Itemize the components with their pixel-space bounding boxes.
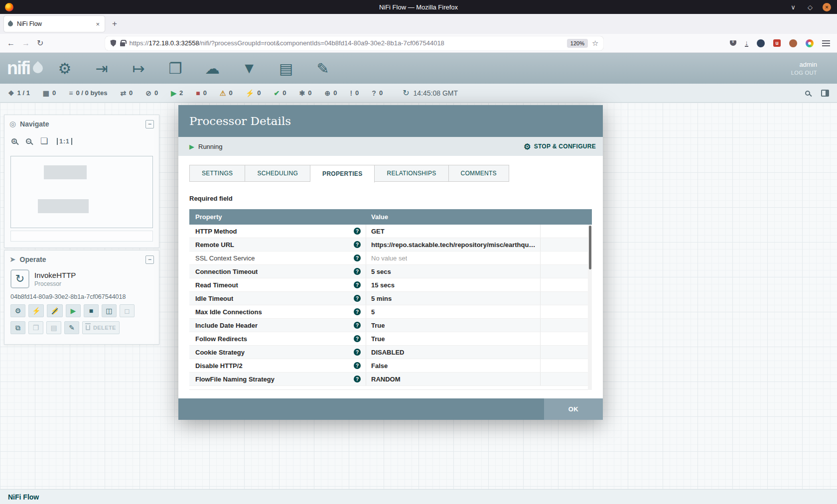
property-row[interactable]: Disable HTTP/2?False [189, 359, 592, 373]
birdseye-minimap[interactable] [10, 156, 153, 228]
stop-and-configure-button[interactable]: ⚙ STOP & CONFIGURE [524, 142, 596, 151]
copy-button[interactable]: ⧉ [10, 321, 25, 334]
browser-tab[interactable]: NiFi Flow × [4, 16, 105, 32]
tab-properties[interactable]: PROPERTIES [310, 165, 375, 183]
search-icon[interactable] [805, 91, 810, 96]
stop-button[interactable]: ■ [84, 304, 99, 317]
disable-button[interactable]: ⚡ [47, 304, 62, 317]
color-button[interactable]: ✎ [64, 321, 79, 334]
input-port-icon[interactable]: ⇥ [91, 60, 113, 77]
tracking-shield-icon[interactable] [110, 40, 116, 47]
help-icon[interactable]: ? [354, 254, 361, 261]
browser-menu-icon[interactable] [822, 40, 830, 46]
zoom-actual-icon[interactable]: 1:1 [57, 138, 72, 145]
reload-icon[interactable]: ↻ [37, 38, 43, 48]
property-value-cell[interactable]: 5 [366, 305, 541, 318]
start-button[interactable]: ▶ [66, 304, 81, 317]
tab-settings[interactable]: SETTINGS [189, 165, 245, 182]
tab-relationships[interactable]: RELATIONSHIPS [375, 165, 448, 182]
logout-link[interactable]: LOG OUT [791, 70, 817, 76]
configure-button[interactable]: ⚙ [10, 304, 25, 317]
zoom-level-badge[interactable]: 120% [567, 39, 588, 48]
property-row[interactable]: Follow Redirects?True [189, 332, 592, 346]
ungroup-button[interactable]: ◻ [120, 304, 135, 317]
zoom-fit-icon[interactable]: ❏ [40, 136, 48, 146]
zoom-out-icon[interactable]: − [26, 138, 31, 144]
pocket-icon[interactable] [730, 40, 736, 46]
lock-icon[interactable] [120, 42, 125, 46]
help-icon[interactable]: ? [354, 322, 361, 329]
tab-comments[interactable]: COMMENTS [449, 165, 509, 182]
property-row[interactable]: Remote URL?https://repo.stackable.tech/r… [189, 238, 592, 252]
property-row[interactable]: FlowFile Naming Strategy?RANDOM [189, 373, 592, 386]
account-avatar[interactable] [789, 39, 797, 47]
property-value-cell[interactable]: 15 secs [366, 278, 541, 291]
remote-process-group-icon[interactable]: ☁ [201, 60, 223, 77]
extension-pinwheel-icon[interactable] [806, 39, 814, 47]
user-area: admin LOG OUT [791, 61, 828, 76]
property-name: Idle Timeout [195, 295, 233, 302]
tab-close-icon[interactable]: × [95, 20, 101, 28]
maximize-icon[interactable]: ◇ [806, 3, 815, 11]
breadcrumb[interactable]: NiFi Flow [8, 493, 39, 501]
property-row[interactable]: Idle Timeout?5 mins [189, 292, 592, 305]
scrollbar-thumb[interactable] [589, 226, 591, 269]
tab-scheduling[interactable]: SCHEDULING [245, 165, 310, 182]
ublock-icon[interactable]: u [773, 39, 781, 47]
minimize-icon[interactable]: ∨ [789, 3, 798, 11]
template-button[interactable]: ▤ [46, 321, 61, 334]
property-row[interactable]: HTTP Method?GET [189, 225, 592, 238]
property-row[interactable]: Include Date Header?True [189, 319, 592, 332]
help-icon[interactable]: ? [354, 295, 361, 302]
enable-button[interactable]: ⚡ [28, 304, 44, 317]
help-icon[interactable]: ? [354, 308, 361, 315]
help-icon[interactable]: ? [354, 241, 361, 248]
funnel-icon[interactable]: ▼ [238, 60, 260, 77]
output-port-icon[interactable]: ↦ [128, 60, 149, 77]
help-icon[interactable]: ? [354, 376, 361, 382]
group-button[interactable]: ◫ [102, 304, 117, 317]
refresh-icon[interactable]: ↻ [403, 88, 409, 98]
property-row[interactable]: Max Idle Connections?5 [189, 305, 592, 319]
property-row[interactable]: Read Timeout?15 secs [189, 278, 592, 292]
property-row[interactable]: Cookie Strategy?DISABLED [189, 346, 592, 359]
property-value-cell[interactable]: RANDOM [366, 373, 541, 385]
property-value-cell[interactable]: 5 secs [366, 265, 541, 278]
property-value-cell[interactable]: GET [366, 225, 541, 238]
process-group-icon[interactable]: ❐ [164, 60, 186, 77]
property-value-cell[interactable]: No value set [366, 252, 541, 264]
property-value-cell[interactable]: https://repo.stackable.tech/repository/m… [366, 238, 541, 251]
new-tab-button[interactable]: + [108, 17, 122, 31]
help-icon[interactable]: ? [354, 362, 361, 369]
sidebar-toggle-icon[interactable] [821, 90, 829, 97]
extension-avatar-icon[interactable] [757, 39, 765, 47]
property-row[interactable]: Connection Timeout?5 secs [189, 265, 592, 278]
back-icon[interactable]: ← [7, 39, 15, 48]
url-input[interactable]: https://172.18.0.3:32558/nifi/?processGr… [105, 36, 603, 50]
property-value-cell[interactable]: 5 mins [366, 292, 541, 305]
downloads-icon[interactable]: ↓ [745, 40, 748, 47]
property-value-cell[interactable]: True [366, 332, 541, 345]
help-icon[interactable]: ? [354, 349, 361, 356]
property-row[interactable]: SSL Context Service?No value set [189, 252, 592, 265]
forward-icon[interactable]: → [22, 39, 30, 48]
navigate-collapse-button[interactable]: − [145, 120, 154, 128]
bookmark-star-icon[interactable]: ☆ [592, 39, 598, 48]
processor-icon[interactable]: ⚙ [54, 60, 76, 77]
property-value-cell[interactable]: False [366, 359, 541, 372]
zoom-in-icon[interactable]: + [11, 138, 17, 144]
template-icon[interactable]: ▤ [275, 60, 297, 77]
close-icon[interactable]: × [823, 3, 831, 11]
help-icon[interactable]: ? [354, 268, 361, 275]
help-icon[interactable]: ? [354, 335, 361, 342]
help-icon[interactable]: ? [354, 228, 361, 235]
help-icon[interactable]: ? [354, 281, 361, 288]
delete-button[interactable]: DELETE [82, 321, 120, 334]
paste-button[interactable]: ❐ [28, 321, 43, 334]
property-value-cell[interactable]: DISABLED [366, 346, 541, 359]
label-icon[interactable]: ✎ [312, 60, 334, 77]
operate-collapse-button[interactable]: − [145, 255, 154, 264]
property-value-cell[interactable]: True [366, 319, 541, 332]
ok-button[interactable]: OK [544, 398, 603, 420]
table-scrollbar[interactable] [588, 225, 592, 390]
